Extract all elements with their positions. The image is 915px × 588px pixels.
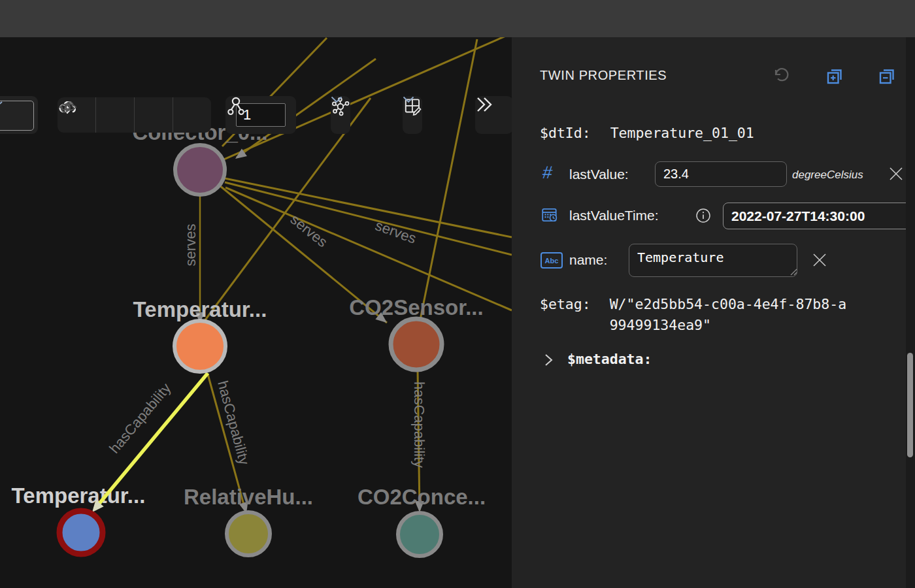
undo-icon xyxy=(771,66,790,86)
expand-all-button[interactable] xyxy=(825,67,844,89)
etag-row: $etag: W/"e2d5bb54-c00a-4e4f-87b8-a99499… xyxy=(540,294,852,336)
link-icon xyxy=(58,97,77,117)
node-co2concentration[interactable] xyxy=(398,513,441,556)
info-icon[interactable] xyxy=(695,208,711,223)
lastvalue-input[interactable] xyxy=(655,161,787,187)
show-relationships-button[interactable] xyxy=(173,97,211,133)
etag-value: W/"e2d5bb54-c00a-4e4f-87b8-a99499134ea9" xyxy=(610,294,852,336)
panel-title: TWIN PROPERTIES xyxy=(540,68,667,83)
chevron-down-icon xyxy=(331,96,342,103)
lastvalue-row: # lastValue: degreeCelsius xyxy=(512,161,915,189)
panel-scrollbar[interactable] xyxy=(906,37,915,588)
edge-label-serves: serves xyxy=(182,224,199,267)
edge-label-hascapability: hasCapability xyxy=(106,380,174,457)
node-temperaturesensor[interactable] xyxy=(175,321,225,372)
node-collector[interactable] xyxy=(175,145,225,195)
name-input[interactable]: Temperature xyxy=(629,244,797,277)
datetime-type-icon xyxy=(541,206,559,224)
toolbar-overflow-button[interactable] xyxy=(475,96,512,134)
node-co2sensor[interactable] xyxy=(391,319,442,370)
number-type-icon: # xyxy=(541,163,554,183)
lastvalue-label: lastValue: xyxy=(569,167,629,182)
node-label-temperature: Temperatur... xyxy=(12,483,146,508)
graph-area: serves serves serves hasCapability hasCa… xyxy=(0,37,512,588)
top-bar xyxy=(0,0,915,37)
expand-all-icon xyxy=(825,67,844,86)
metadata-row[interactable]: $metadata: xyxy=(512,350,915,372)
dtid-row: $dtId: Temperature_01_01 xyxy=(540,125,754,141)
remove-name-button[interactable] xyxy=(812,252,827,268)
expansion-mode-icon[interactable] xyxy=(225,96,246,117)
edge-serves-fan-3[interactable] xyxy=(225,188,512,310)
etag-key: $etag: xyxy=(540,294,591,315)
string-type-icon: Abc xyxy=(541,252,563,269)
lastvaluetime-input[interactable] xyxy=(723,203,915,229)
node-relativehumidity[interactable] xyxy=(227,512,270,555)
dtid-key: $dtId: xyxy=(540,125,591,141)
model-dropdown-button[interactable] xyxy=(0,96,38,134)
edge-label-hascapability: hasCapability xyxy=(214,379,252,466)
chevron-down-icon xyxy=(403,96,414,103)
node-temperature-selected[interactable] xyxy=(59,511,103,554)
show-all-button[interactable] xyxy=(135,97,173,133)
edge-label-hascapability: hasCapability xyxy=(411,382,427,468)
toolbar-group-expansion xyxy=(225,96,296,134)
toolbar-group-layout[interactable] xyxy=(331,96,350,134)
upload-twins-button[interactable] xyxy=(96,97,134,133)
dtid-value: Temperature_01_01 xyxy=(610,125,754,141)
name-row: Abc name: Temperature xyxy=(512,244,915,279)
edge-serves-fan-1[interactable] xyxy=(225,178,512,237)
chevron-right-icon[interactable] xyxy=(542,353,556,367)
edge-label-serves: serves xyxy=(373,217,418,247)
node-label-temperaturesensor: Temperatur... xyxy=(133,297,267,321)
node-label-co2sensor: CO2Sensor... xyxy=(349,295,483,319)
edge-serves-fan-2[interactable] xyxy=(225,182,512,255)
collapse-all-icon xyxy=(877,67,897,86)
toolbar-group-table[interactable] xyxy=(403,96,422,134)
string-type-icon-text: Abc xyxy=(545,257,559,265)
twin-properties-panel: TWIN PROPERTIES $dtId: Temperature_01_01… xyxy=(512,37,915,588)
lastvaluetime-row: lastValueTime: xyxy=(512,203,915,230)
toolbar-group-io xyxy=(58,97,211,133)
name-label: name: xyxy=(569,252,607,268)
resize-handle[interactable] xyxy=(790,269,797,276)
metadata-key: $metadata: xyxy=(567,351,652,367)
edge-top-co2sensor[interactable] xyxy=(420,39,477,319)
remove-lastvalue-button[interactable] xyxy=(888,166,904,182)
collapse-all-button[interactable] xyxy=(877,67,897,89)
lastvalue-unit: degreeCelsius xyxy=(792,169,863,182)
double-chevron-right-icon xyxy=(475,96,495,113)
node-label-co2concentration: CO2Conce... xyxy=(358,485,486,509)
undo-button[interactable] xyxy=(771,66,790,88)
lastvaluetime-label: lastValueTime: xyxy=(569,208,659,223)
chevron-down-icon xyxy=(0,101,3,109)
scrollbar-thumb[interactable] xyxy=(907,353,913,457)
node-label-relativehumidity: RelativeHu... xyxy=(184,485,313,509)
